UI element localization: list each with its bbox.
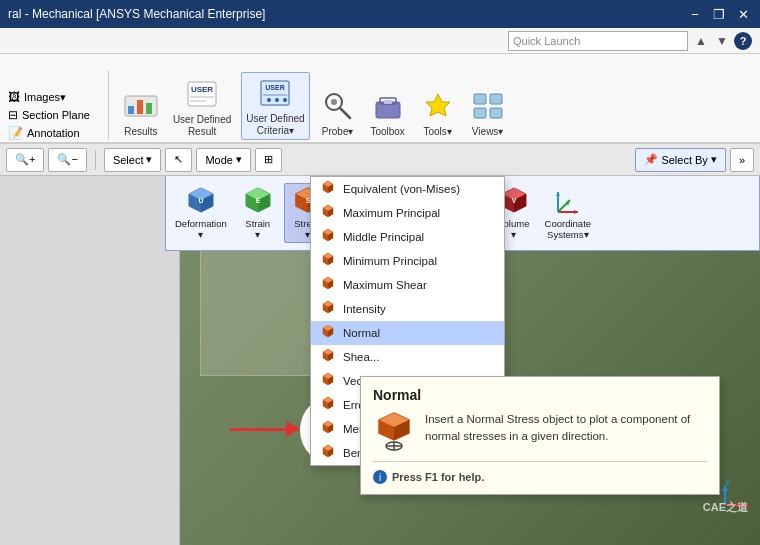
caret-down-icon[interactable]: ▼: [713, 32, 731, 50]
maximum-shear-menu-item[interactable]: Maximum Shear: [311, 273, 504, 297]
minimum-principal-label: Minimum Principal: [343, 255, 437, 267]
tooltip-icon: [373, 411, 415, 453]
svg-text:USER: USER: [191, 85, 213, 94]
user-defined-result-button[interactable]: USER User DefinedResult: [169, 74, 235, 140]
svg-text:U: U: [198, 197, 203, 204]
svg-point-13: [283, 98, 287, 102]
svg-rect-19: [384, 100, 392, 104]
tooltip-body: Insert a Normal Stress object to plot a …: [373, 411, 707, 453]
equivalent-menu-item[interactable]: Equivalent (von-Mises): [311, 177, 504, 201]
shear-label: Shea...: [343, 351, 379, 363]
main-area: ANSYS 2020 R1 x y CAE之道 U D: [0, 176, 760, 545]
red-arrow-indicator: [230, 421, 300, 437]
probe-button[interactable]: Probe▾: [316, 86, 360, 140]
mode-arrow-icon: ▾: [236, 153, 242, 166]
tooltip-description: Insert a Normal Stress object to plot a …: [425, 411, 707, 446]
images-button[interactable]: 🖼 Images▾: [8, 90, 90, 104]
svg-text:V: V: [511, 197, 516, 204]
select-by-label: Select By: [661, 154, 707, 166]
toolbar-divider-1: [95, 150, 96, 170]
svg-rect-3: [146, 103, 152, 114]
grid-button[interactable]: ⊞: [255, 148, 282, 172]
svg-rect-20: [474, 94, 486, 104]
close-button[interactable]: ✕: [734, 5, 752, 23]
minimize-button[interactable]: −: [686, 5, 704, 23]
tooltip-help-text: Press F1 for help.: [392, 471, 484, 483]
quick-launch-bar: Quick Launch ▲ ▼ ?: [0, 28, 760, 54]
user-defined-criteria-label: User DefinedCriteria▾: [246, 113, 304, 137]
grid-icon: ⊞: [264, 153, 273, 166]
zoom-out-icon: 🔍−: [57, 153, 77, 166]
quick-bar-icons: ▲ ▼ ?: [692, 32, 752, 50]
annotation-icon: 📝: [8, 126, 23, 140]
ribbon: 🖼 Images▾ ⊟ Section Plane 📝 Annotation R…: [0, 54, 760, 144]
expand-button[interactable]: »: [730, 148, 754, 172]
window-controls: − ❐ ✕: [686, 5, 752, 23]
svg-rect-1: [128, 106, 134, 114]
svg-line-15: [340, 108, 350, 118]
tools-label: Tools▾: [423, 126, 451, 138]
tooltip-divider: [373, 461, 707, 462]
deformation-label: Deformation▾: [175, 218, 227, 241]
tools-button[interactable]: Tools▾: [416, 86, 460, 140]
pin-icon: 📌: [644, 153, 658, 166]
section-plane-icon: ⊟: [8, 108, 18, 122]
svg-rect-21: [490, 94, 502, 104]
strain-button[interactable]: E Strain▾: [234, 184, 282, 243]
arrow-head: [286, 421, 300, 437]
zoom-in-button[interactable]: 🔍+: [6, 148, 44, 172]
probe-label: Probe▾: [322, 126, 354, 138]
intensity-menu-item[interactable]: Intensity: [311, 297, 504, 321]
svg-point-12: [275, 98, 279, 102]
svg-rect-23: [490, 108, 502, 118]
toolbar-row: 🔍+ 🔍− Select ▾ ↖ Mode ▾ ⊞ 📌 Select By ▾ …: [0, 144, 760, 176]
deformation-button[interactable]: U Deformation▾: [170, 184, 232, 243]
mode-button[interactable]: Mode ▾: [196, 148, 251, 172]
views-button[interactable]: Views▾: [466, 86, 510, 140]
svg-rect-6: [190, 96, 214, 98]
select-by-button[interactable]: 📌 Select By ▾: [635, 148, 725, 172]
annotation-button[interactable]: 📝 Annotation: [8, 126, 90, 140]
cursor-icon-button[interactable]: ↖: [165, 148, 192, 172]
user-defined-criteria-button[interactable]: USER User DefinedCriteria▾: [241, 72, 309, 140]
select-button[interactable]: Select ▾: [104, 148, 162, 172]
minimum-principal-menu-item[interactable]: Minimum Principal: [311, 249, 504, 273]
normal-menu-item[interactable]: Normal: [311, 321, 504, 345]
strain-label: Strain▾: [245, 218, 270, 241]
caret-up-icon[interactable]: ▲: [692, 32, 710, 50]
svg-rect-2: [137, 100, 143, 114]
svg-text:E: E: [255, 197, 260, 204]
user-defined-result-label: User DefinedResult: [173, 114, 231, 138]
quick-launch-placeholder: Quick Launch: [513, 35, 580, 47]
coordinate-systems-button[interactable]: CoordinateSystems▾: [540, 184, 596, 243]
svg-marker-68: [556, 192, 560, 196]
quick-launch-input[interactable]: Quick Launch: [508, 31, 688, 51]
left-sidebar: [0, 176, 180, 545]
info-icon: i: [373, 470, 387, 484]
help-icon[interactable]: ?: [734, 32, 752, 50]
svg-rect-7: [190, 100, 206, 102]
middle-principal-menu-item[interactable]: Middle Principal: [311, 225, 504, 249]
toolbox-button[interactable]: Toolbox: [366, 86, 410, 140]
mode-label: Mode: [205, 154, 233, 166]
select-arrow-icon: ▾: [146, 153, 152, 166]
svg-text:y: y: [726, 480, 730, 486]
normal-label: Normal: [343, 327, 380, 339]
restore-button[interactable]: ❐: [710, 5, 728, 23]
zoom-out-button[interactable]: 🔍−: [48, 148, 86, 172]
arrow-line: [230, 428, 286, 431]
section-plane-button[interactable]: ⊟ Section Plane: [8, 108, 90, 122]
svg-text:USER: USER: [266, 84, 285, 91]
select-by-arrow-icon: ▾: [711, 153, 717, 166]
svg-rect-22: [474, 108, 486, 118]
maximum-principal-label: Maximum Principal: [343, 207, 440, 219]
svg-marker-66: [574, 210, 578, 214]
views-label: Views▾: [472, 126, 504, 138]
shear-menu-item[interactable]: Shea...: [311, 345, 504, 369]
results-button[interactable]: Results: [119, 86, 163, 140]
tooltip-help: i Press F1 for help.: [373, 470, 707, 484]
toolbox-label: Toolbox: [370, 126, 404, 138]
maximum-shear-label: Maximum Shear: [343, 279, 427, 291]
svg-point-16: [331, 99, 337, 105]
maximum-principal-menu-item[interactable]: Maximum Principal: [311, 201, 504, 225]
